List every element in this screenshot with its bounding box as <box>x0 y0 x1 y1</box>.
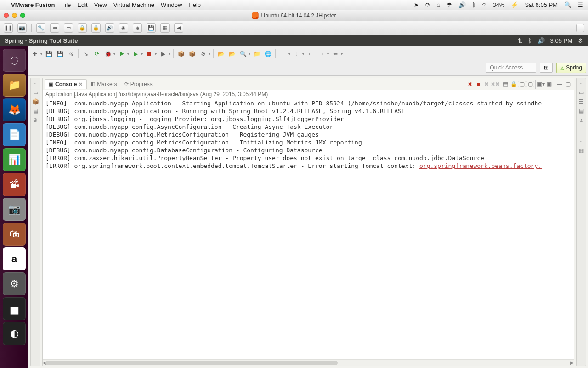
sync-icon[interactable]: ⟳ <box>425 1 430 8</box>
stop-button[interactable] <box>145 49 154 58</box>
terminal-icon[interactable]: ▅ <box>3 297 26 320</box>
tab-markers[interactable]: ◧ Markers <box>87 80 120 89</box>
open-perspective-button[interactable]: ⊞ <box>540 63 553 73</box>
app-icon[interactable]: ◐ <box>3 322 26 345</box>
open-button[interactable]: 📂 <box>216 49 226 58</box>
display-selected-button[interactable]: ▢ <box>526 81 534 87</box>
gear-button[interactable]: ⚙ <box>198 49 208 58</box>
dash-icon[interactable]: ◌ <box>3 49 26 72</box>
battery-percent[interactable]: 34% <box>492 1 504 8</box>
run-button[interactable] <box>117 49 126 58</box>
back-icon[interactable]: ◀ <box>174 23 183 33</box>
task-list-icon[interactable]: ▤ <box>579 108 584 114</box>
open-console-dropdown[interactable]: ▣▾ <box>537 81 545 87</box>
package-explorer-icon[interactable]: 📦 <box>32 98 39 105</box>
tray-expand2-icon[interactable]: ▭ <box>579 89 584 96</box>
menu-virtual-machine[interactable]: Virtual Machine <box>113 1 154 8</box>
tray-minimize-icon[interactable]: ▫ <box>34 80 36 86</box>
clock-indicator[interactable]: 3:05 PM <box>550 37 572 44</box>
skip-breakpoints-button[interactable]: ↘ <box>81 49 90 58</box>
horizontal-scrollbar[interactable]: ◀ ▶ <box>43 359 574 366</box>
maximize-view-button[interactable]: ▢ <box>564 81 572 87</box>
libreoffice-writer-icon[interactable]: 📄 <box>3 123 26 146</box>
save-all-button[interactable]: 💾 <box>55 49 64 58</box>
amazon-icon[interactable]: a <box>3 247 26 270</box>
outline-icon[interactable]: ☰ <box>579 98 584 105</box>
spring-perspective-button[interactable]: ⍋ Spring <box>556 63 586 73</box>
fullscreen-button[interactable] <box>576 24 584 32</box>
display-icon[interactable]: ▭ <box>64 23 73 33</box>
refresh-button[interactable]: ⟳ <box>92 49 102 58</box>
minimize-view-button[interactable]: — <box>555 81 564 87</box>
type-button[interactable]: 📦 <box>187 49 197 58</box>
back2-button[interactable]: ⇐ <box>331 49 340 58</box>
open2-button[interactable]: 📂 <box>227 49 237 58</box>
tray-restore2-icon[interactable]: ▫ <box>580 138 582 144</box>
prev-annotation-button[interactable]: ↑ <box>278 49 288 58</box>
next-annotation-button[interactable]: ↓ <box>292 49 301 58</box>
run-last-button[interactable]: ▶ <box>131 49 140 58</box>
close-button[interactable] <box>4 13 9 18</box>
terminate-all-button[interactable]: ■ <box>474 81 482 87</box>
files-icon[interactable]: 📁 <box>3 74 26 97</box>
disk-icon[interactable]: 💾 <box>147 23 156 33</box>
firefox-icon[interactable]: 🦊 <box>3 98 26 121</box>
pin-console-button[interactable]: ▢ <box>518 81 526 87</box>
clock[interactable]: Sat 6:05 PM <box>525 1 558 8</box>
gear-indicator-icon[interactable]: ⚙ <box>578 37 583 44</box>
mouse-icon[interactable]: 🖱 <box>133 23 142 33</box>
new-button[interactable]: ✚ <box>30 49 40 58</box>
settings-icon[interactable]: ⚙ <box>3 272 26 295</box>
menu-help[interactable]: Help <box>188 1 201 8</box>
lock-icon[interactable]: 🔒 <box>78 23 87 33</box>
folder-button[interactable]: 📁 <box>252 49 261 58</box>
print-button[interactable]: 🖨 <box>66 49 75 58</box>
remove-all-launch-button[interactable]: ✖✖ <box>491 81 499 87</box>
libreoffice-impress-icon[interactable]: 📽 <box>3 173 26 196</box>
wifi-icon[interactable]: ⌔ <box>482 1 486 8</box>
tray-restore-icon[interactable]: ▫ <box>580 80 582 86</box>
minimize-button[interactable] <box>12 13 17 18</box>
new-console-view-button[interactable]: ▣ <box>545 81 553 87</box>
back-history-button[interactable]: ← <box>306 49 315 58</box>
app-name[interactable]: VMware Fusion <box>11 1 55 8</box>
pause-vm-button[interactable]: ❚❚ <box>4 23 13 33</box>
software-center-icon[interactable]: 🛍 <box>3 223 26 246</box>
resize-icon[interactable]: ⇔ <box>50 23 59 33</box>
wrench-icon[interactable]: 🔧 <box>36 23 45 33</box>
console-output[interactable]: [INFO] com.nuodb.myapp.Application - Sta… <box>43 98 574 359</box>
remove-launch-button[interactable]: ✖ <box>482 81 491 87</box>
camera-icon[interactable]: ◉ <box>119 23 128 33</box>
tab-progress[interactable]: ⟳ Progress <box>121 80 156 89</box>
scroll-lock-button[interactable]: 🔒 <box>509 81 518 87</box>
network-icon[interactable]: ▦ <box>160 23 170 33</box>
bluetooth-icon[interactable]: ᛒ <box>472 1 476 8</box>
screenshot-icon[interactable]: 📷 <box>3 198 26 221</box>
servers-icon[interactable]: ▤ <box>33 108 38 114</box>
quick-access-input[interactable] <box>486 63 536 73</box>
scroll-right-arrow[interactable]: ▶ <box>570 360 574 365</box>
boot-dashboard-icon[interactable]: ⊕ <box>33 117 38 123</box>
lock2-icon[interactable]: 🔒 <box>91 23 101 33</box>
libreoffice-calc-icon[interactable]: 📊 <box>3 148 26 171</box>
clear-console-button[interactable]: ▤ <box>501 81 509 87</box>
spotlight-icon[interactable]: 🔍 <box>564 1 571 8</box>
save-button[interactable]: 💾 <box>44 49 53 58</box>
notification-center-icon[interactable]: ☰ <box>578 1 583 8</box>
terminate-button[interactable]: ✖ <box>466 81 474 87</box>
bluetooth-indicator-icon[interactable]: ᛒ <box>528 37 532 44</box>
fwd-history-button[interactable]: → <box>317 49 326 58</box>
external-button[interactable]: ▶ <box>158 49 168 58</box>
bird-icon[interactable]: ➤ <box>414 1 419 8</box>
tray-expand-icon[interactable]: ▭ <box>33 89 38 96</box>
battery-icon[interactable]: ⚡ <box>511 1 518 8</box>
menu-view[interactable]: View <box>94 1 107 8</box>
menu-file[interactable]: File <box>61 1 71 8</box>
menu-edit[interactable]: Edit <box>77 1 87 8</box>
tab-console[interactable]: ▣ Console ✕ <box>45 79 87 89</box>
globe-button[interactable]: 🌐 <box>263 49 272 58</box>
sound-indicator-icon[interactable]: 🔊 <box>537 37 545 44</box>
home-icon[interactable]: ⌂ <box>437 1 441 8</box>
sound-icon[interactable]: 🔊 <box>105 23 114 33</box>
scroll-thumb[interactable] <box>45 361 338 365</box>
